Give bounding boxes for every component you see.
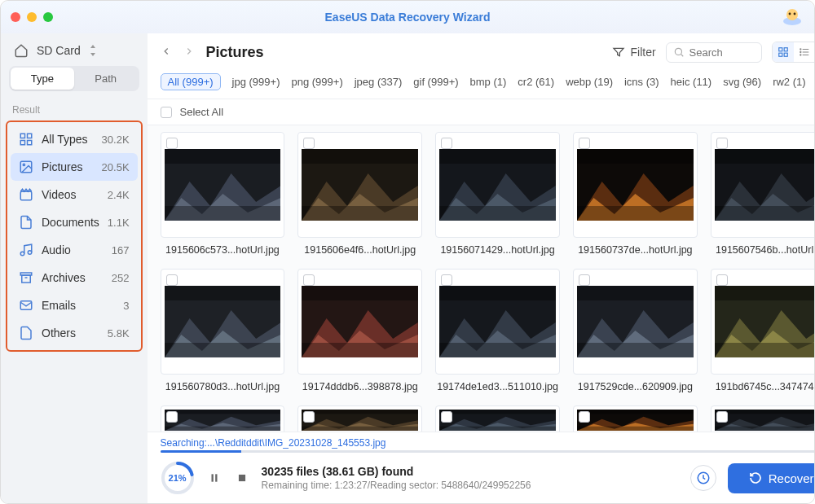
file-thumbnail[interactable] xyxy=(573,132,698,238)
file-card[interactable]: 1915607546b...hotUrl.jpg xyxy=(711,132,815,256)
search-box[interactable] xyxy=(666,42,762,63)
file-card[interactable]: 1917529cde...620909.jpg xyxy=(573,269,698,392)
file-thumbnail[interactable] xyxy=(711,132,815,238)
file-thumbnail[interactable] xyxy=(711,405,815,432)
svg-rect-46 xyxy=(439,206,556,221)
format-chip[interactable]: cr2 (61) xyxy=(518,76,554,88)
file-thumbnail[interactable] xyxy=(711,269,815,375)
svg-rect-65 xyxy=(302,286,418,300)
sidebar-item-emails[interactable]: Emails3 xyxy=(11,291,138,319)
pause-button[interactable] xyxy=(206,470,222,486)
nav-back-button[interactable] xyxy=(161,44,172,61)
document-icon xyxy=(19,215,33,230)
status-found-text: 30235 files (38.61 GB) found xyxy=(262,465,531,478)
nav-forward-button[interactable] xyxy=(183,44,195,61)
sidebar-item-pictures[interactable]: Pictures20.5K xyxy=(11,153,138,181)
sidebar-item-all[interactable]: All Types30.2K xyxy=(11,125,138,153)
view-list-button[interactable] xyxy=(794,42,815,62)
file-checkbox[interactable] xyxy=(579,138,590,149)
svg-rect-4 xyxy=(20,134,24,138)
thumbnail-image xyxy=(577,410,694,431)
sidebar-item-archives[interactable]: Archives252 xyxy=(11,264,138,291)
minimize-window-button[interactable] xyxy=(27,12,37,22)
file-card[interactable]: 19156071429...hotUrl.jpg xyxy=(435,132,560,256)
format-chip[interactable]: icns (3) xyxy=(624,76,659,88)
avatar-button[interactable] xyxy=(780,7,804,28)
file-card[interactable] xyxy=(297,405,422,432)
file-thumbnail[interactable] xyxy=(435,269,560,375)
file-checkbox[interactable] xyxy=(716,411,728,423)
file-card[interactable]: 1915606c573...hotUrl.jpg xyxy=(161,132,285,256)
file-checkbox[interactable] xyxy=(166,274,178,286)
file-checkbox[interactable] xyxy=(441,274,452,286)
source-selector[interactable]: SD Card xyxy=(1,33,148,66)
file-card[interactable] xyxy=(711,405,815,432)
window-controls xyxy=(11,12,53,22)
file-thumbnail[interactable] xyxy=(435,405,560,432)
format-chip[interactable]: jpeg (337) xyxy=(355,76,403,88)
file-card[interactable]: 19174dddb6...398878.jpg xyxy=(297,269,422,392)
file-checkbox[interactable] xyxy=(441,411,452,423)
file-card[interactable]: 1915606e4f6...hotUrl.jpg xyxy=(297,132,422,256)
file-checkbox[interactable] xyxy=(303,138,315,149)
file-name: 19174dddb6...398878.jpg xyxy=(297,381,422,392)
recover-button[interactable]: Recover xyxy=(728,463,815,493)
file-checkbox[interactable] xyxy=(579,411,590,423)
sidebar-tabs: Type Path xyxy=(9,66,139,91)
view-grid-button[interactable] xyxy=(773,42,794,62)
file-checkbox[interactable] xyxy=(716,138,728,149)
close-window-button[interactable] xyxy=(11,12,20,22)
home-icon xyxy=(14,43,29,58)
file-checkbox[interactable] xyxy=(303,411,315,423)
category-label: Documents xyxy=(42,216,99,229)
format-chip[interactable]: rw2 (1) xyxy=(773,76,805,88)
file-checkbox[interactable] xyxy=(579,274,590,286)
select-all-checkbox[interactable] xyxy=(161,107,172,118)
format-chip[interactable]: png (999+) xyxy=(291,76,342,88)
tab-type[interactable]: Type xyxy=(11,68,74,90)
file-checkbox[interactable] xyxy=(716,274,728,286)
category-label: Audio xyxy=(42,243,104,256)
sidebar-item-videos[interactable]: Videos2.4K xyxy=(11,181,138,208)
file-thumbnail[interactable] xyxy=(161,132,285,238)
file-thumbnail[interactable] xyxy=(573,269,698,375)
filter-button[interactable]: Filter xyxy=(612,46,655,59)
file-thumbnail[interactable] xyxy=(297,405,422,432)
file-card[interactable]: 191560737de...hotUrl.jpg xyxy=(573,132,698,256)
file-thumbnail[interactable] xyxy=(297,269,422,375)
history-button[interactable] xyxy=(690,465,716,491)
format-chip[interactable]: jpg (999+) xyxy=(232,76,280,88)
format-chip[interactable]: svg (96) xyxy=(723,76,761,88)
stop-button[interactable] xyxy=(234,470,250,486)
svg-rect-70 xyxy=(439,286,556,300)
format-chip[interactable]: bmp (1) xyxy=(470,76,507,88)
sidebar-item-others[interactable]: Others5.8K xyxy=(11,319,138,347)
search-input[interactable] xyxy=(689,46,755,59)
file-thumbnail[interactable] xyxy=(161,405,285,432)
sidebar-item-audio[interactable]: Audio167 xyxy=(11,236,138,264)
file-thumbnail[interactable] xyxy=(435,132,560,238)
format-chip[interactable]: gif (999+) xyxy=(413,76,458,88)
file-card[interactable]: 19174de1ed3...511010.jpg xyxy=(435,269,560,392)
select-all-row[interactable]: Select All xyxy=(148,99,815,125)
file-checkbox[interactable] xyxy=(303,274,315,286)
svg-rect-10 xyxy=(20,191,32,200)
file-card[interactable]: 191bd6745c...347474.jpg xyxy=(711,269,815,392)
format-chip[interactable]: All (999+) xyxy=(161,73,221,90)
tab-path[interactable]: Path xyxy=(74,68,138,90)
file-card[interactable]: 191560780d3...hotUrl.jpg xyxy=(161,269,285,392)
file-card[interactable] xyxy=(161,405,285,432)
file-thumbnail[interactable] xyxy=(573,405,698,432)
file-checkbox[interactable] xyxy=(441,138,452,149)
file-card[interactable] xyxy=(573,405,698,432)
sidebar-item-documents[interactable]: Documents1.1K xyxy=(11,208,138,236)
file-thumbnail[interactable] xyxy=(161,269,285,375)
format-chip[interactable]: heic (11) xyxy=(671,76,712,88)
file-checkbox[interactable] xyxy=(166,411,178,423)
maximize-window-button[interactable] xyxy=(43,12,53,22)
file-card[interactable] xyxy=(435,405,560,432)
thumbnail-image xyxy=(577,286,694,357)
file-checkbox[interactable] xyxy=(166,138,178,149)
format-chip[interactable]: webp (19) xyxy=(566,76,613,88)
file-thumbnail[interactable] xyxy=(297,132,422,238)
